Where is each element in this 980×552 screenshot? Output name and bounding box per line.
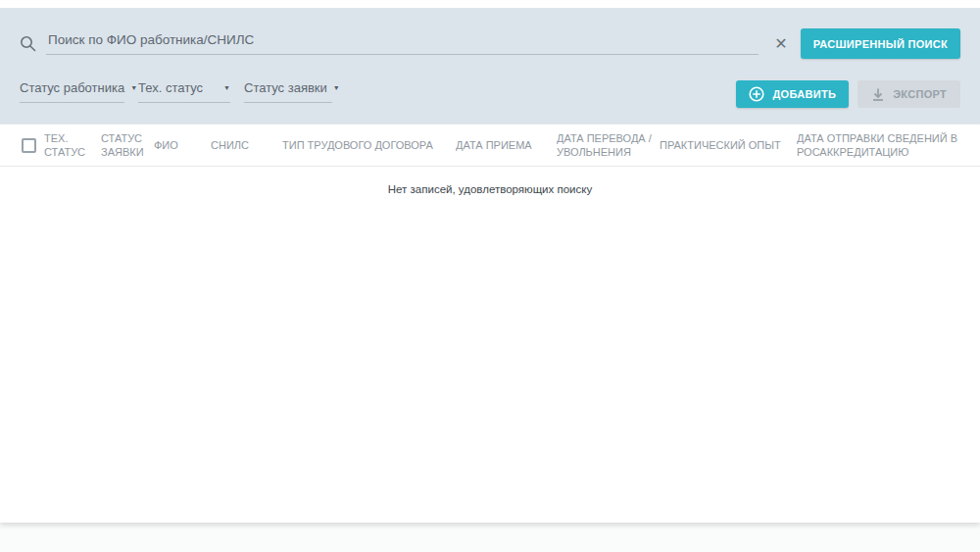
filter-panel: ✕ РАСШИРЕННЫЙ ПОИСК Статус работника ▼ Т… bbox=[0, 8, 980, 124]
table-header-checkbox-cell bbox=[0, 125, 44, 166]
table-header-row: ТЕХ. СТАТУС СТАТУС ЗАЯВКИ ФИО СНИЛС ТИП … bbox=[0, 124, 980, 167]
clear-icon[interactable]: ✕ bbox=[774, 36, 787, 52]
tech-status-label: Тех. статус bbox=[138, 80, 203, 95]
column-header-fio: ФИО bbox=[154, 125, 211, 166]
search-icon bbox=[20, 35, 36, 52]
column-header-tech-status: ТЕХ. СТАТУС bbox=[44, 125, 101, 166]
request-status-label: Статус заявки bbox=[244, 80, 327, 95]
chevron-down-icon: ▼ bbox=[130, 84, 137, 91]
add-button-label: ДОБАВИТЬ bbox=[772, 88, 836, 100]
tech-status-dropdown[interactable]: Тех. статус ▼ bbox=[138, 80, 230, 103]
column-header-rosaccreditation-date: ДАТА ОТПРАВКИ СВЕДЕНИЙ В РОСАККРЕДИТАЦИЮ bbox=[797, 125, 980, 166]
employee-status-dropdown[interactable]: Статус работника ▼ bbox=[20, 80, 124, 103]
employees-table-card: ТЕХ. СТАТУС СТАТУС ЗАЯВКИ ФИО СНИЛС ТИП … bbox=[0, 124, 980, 523]
column-header-snils: СНИЛС bbox=[211, 125, 282, 166]
search-input[interactable] bbox=[46, 32, 759, 55]
download-icon bbox=[871, 87, 885, 102]
chevron-down-icon: ▼ bbox=[223, 84, 230, 91]
advanced-search-button[interactable]: РАСШИРЕННЫЙ ПОИСК bbox=[801, 28, 960, 59]
employee-status-label: Статус работника bbox=[20, 80, 124, 95]
export-button[interactable]: ЭКСПОРТ bbox=[858, 80, 960, 108]
select-all-checkbox[interactable] bbox=[22, 138, 36, 153]
table-body: Нет записей, удовлетворяющих поиску bbox=[0, 167, 980, 523]
export-button-label: ЭКСПОРТ bbox=[893, 88, 947, 100]
column-header-transfer-date: ДАТА ПЕРЕВОДА /УВОЛЬНЕНИЯ bbox=[557, 125, 660, 166]
column-header-request-status: СТАТУС ЗАЯВКИ bbox=[101, 125, 154, 166]
column-header-contract-type: ТИП ТРУДОВОГО ДОГОВОРА bbox=[282, 125, 456, 166]
chevron-down-icon: ▼ bbox=[333, 84, 340, 91]
search-row: ✕ РАСШИРЕННЫЙ ПОИСК bbox=[20, 28, 960, 59]
plus-circle-icon bbox=[749, 86, 764, 102]
filter-row: Статус работника ▼ Тех. статус ▼ Статус … bbox=[20, 80, 960, 110]
request-status-dropdown[interactable]: Статус заявки ▼ bbox=[244, 80, 332, 103]
empty-state-message: Нет записей, удовлетворяющих поиску bbox=[0, 183, 980, 195]
column-header-practical-experience: ПРАКТИЧЕСКИЙ ОПЫТ bbox=[660, 125, 797, 166]
column-header-hire-date: ДАТА ПРИЕМА bbox=[456, 125, 557, 166]
add-button[interactable]: ДОБАВИТЬ bbox=[736, 80, 849, 108]
top-strip bbox=[0, 0, 980, 8]
